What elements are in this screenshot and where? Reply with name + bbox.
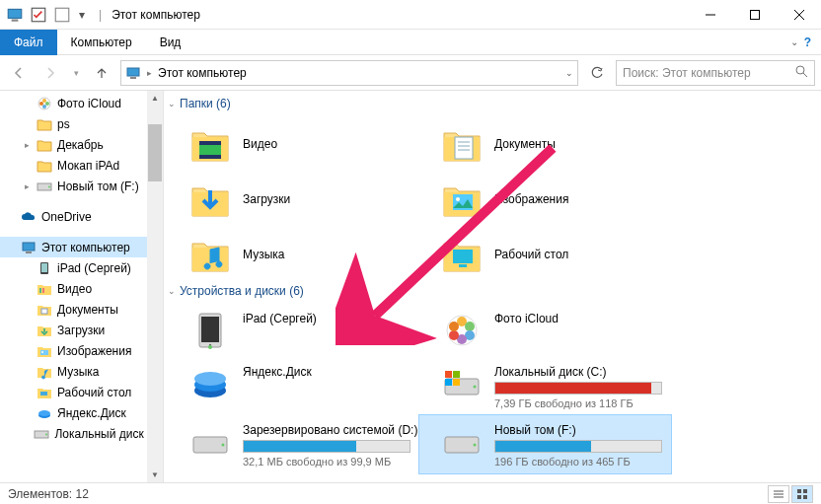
drive-c-icon bbox=[441, 363, 483, 404]
storage-bar bbox=[243, 440, 410, 453]
device-item[interactable]: Яндекс.Диск bbox=[168, 357, 419, 415]
tree-item[interactable]: Мокап iPAd bbox=[0, 155, 163, 176]
nav-forward-button[interactable] bbox=[37, 60, 63, 86]
ribbon-tab-file[interactable]: Файл bbox=[0, 30, 57, 55]
storage-text: 7,39 ГБ свободно из 118 ГБ bbox=[494, 397, 662, 409]
group-devices-header[interactable]: ⌄ Устройства и диски (6) bbox=[168, 284, 821, 298]
breadcrumb-root[interactable]: Этот компьютер bbox=[158, 66, 247, 80]
device-item[interactable]: iPad (Сергей) bbox=[168, 304, 419, 357]
search-input[interactable]: Поиск: Этот компьютер bbox=[616, 60, 815, 86]
svg-rect-23 bbox=[39, 288, 41, 293]
scroll-down-icon[interactable]: ▼ bbox=[151, 470, 159, 479]
folder-item[interactable]: Видео bbox=[168, 116, 419, 172]
address-dropdown-icon[interactable]: ⌄ bbox=[565, 68, 573, 78]
refresh-button[interactable] bbox=[584, 60, 610, 86]
tree-item[interactable]: ps bbox=[0, 113, 163, 134]
svg-point-50 bbox=[465, 322, 475, 331]
tree-item[interactable]: ▸Декабрь bbox=[0, 134, 163, 155]
svg-rect-63 bbox=[453, 379, 460, 386]
svg-point-65 bbox=[222, 444, 225, 447]
address-input[interactable]: ▸ Этот компьютер ⌄ bbox=[120, 60, 578, 86]
tree-item-label: Изображения bbox=[57, 344, 131, 358]
svg-rect-8 bbox=[127, 68, 139, 76]
status-item-count: Элементов: 12 bbox=[8, 487, 89, 501]
minimize-button[interactable] bbox=[688, 0, 732, 30]
folder-icon bbox=[189, 179, 231, 220]
svg-point-30 bbox=[38, 410, 50, 416]
tree-item-label: Яндекс.Диск bbox=[57, 406, 126, 420]
folder-label: Документы bbox=[494, 137, 556, 151]
help-icon[interactable]: ? bbox=[804, 36, 811, 49]
yadisk-big-icon bbox=[189, 363, 231, 404]
ipad-icon bbox=[37, 260, 52, 276]
svg-rect-34 bbox=[199, 141, 221, 145]
tree-item-label: Музыка bbox=[57, 365, 99, 379]
qat-dropdown-icon[interactable] bbox=[53, 6, 71, 24]
downloads-icon bbox=[37, 323, 52, 338]
ribbon-expand-icon[interactable]: ⌄ bbox=[790, 36, 798, 47]
tree-item[interactable]: iPad (Сергей) bbox=[0, 257, 163, 278]
qat-customize-icon[interactable]: ▾ bbox=[77, 6, 87, 24]
view-details-button[interactable] bbox=[768, 485, 789, 503]
desktop-icon bbox=[37, 385, 52, 400]
chevron-right-icon[interactable]: ▸ bbox=[147, 68, 152, 78]
tree-item[interactable]: Загрузки bbox=[0, 320, 163, 340]
search-icon bbox=[795, 65, 808, 81]
storage-bar bbox=[494, 382, 662, 395]
tree-item[interactable]: Рабочий стол bbox=[0, 382, 163, 402]
maximize-button[interactable] bbox=[732, 0, 777, 30]
storage-bar bbox=[494, 440, 662, 453]
tree-item[interactable]: Изображения bbox=[0, 340, 163, 361]
qat-properties-icon[interactable] bbox=[30, 6, 47, 24]
ribbon-tab-computer[interactable]: Компьютер bbox=[57, 30, 146, 55]
drive-icon bbox=[34, 426, 49, 442]
folder-item[interactable]: Документы bbox=[419, 116, 671, 172]
folder-item[interactable]: Музыка bbox=[168, 227, 419, 282]
tree-item[interactable]: Фото iCloud bbox=[0, 93, 163, 113]
nav-up-button[interactable] bbox=[89, 60, 114, 86]
group-folders-header[interactable]: ⌄ Папки (6) bbox=[168, 97, 821, 110]
expand-icon[interactable]: ▸ bbox=[22, 140, 32, 150]
pc-icon bbox=[6, 6, 24, 24]
device-item[interactable]: Фото iCloud bbox=[419, 304, 671, 357]
close-button[interactable] bbox=[777, 0, 821, 30]
tree-item[interactable]: Этот компьютер bbox=[0, 237, 163, 257]
svg-rect-62 bbox=[445, 379, 452, 386]
tree-item[interactable]: Видео bbox=[0, 278, 163, 299]
folder-icon bbox=[37, 116, 52, 132]
folder-icon bbox=[441, 179, 483, 220]
scrollbar-thumb[interactable] bbox=[148, 124, 162, 181]
folder-icon bbox=[189, 123, 231, 165]
device-item[interactable]: Локальный диск (C:)7,39 ГБ свободно из 1… bbox=[419, 357, 671, 415]
tree-item[interactable]: Яндекс.Диск bbox=[0, 402, 163, 423]
device-label: Яндекс.Диск bbox=[243, 365, 312, 379]
tree-item[interactable]: Локальный диск (… bbox=[0, 423, 163, 444]
ribbon-tab-view[interactable]: Вид bbox=[146, 30, 195, 55]
view-icons-button[interactable] bbox=[791, 485, 813, 503]
yadisk-icon bbox=[37, 405, 52, 421]
sidebar-scrollbar[interactable]: ▲ ▼ bbox=[147, 91, 163, 482]
svg-point-54 bbox=[449, 322, 459, 331]
expand-icon[interactable]: ▸ bbox=[22, 181, 32, 191]
search-placeholder: Поиск: Этот компьютер bbox=[623, 66, 751, 80]
nav-back-button[interactable] bbox=[6, 60, 32, 86]
tree-item[interactable]: Музыка bbox=[0, 361, 163, 382]
navigation-tree: Фото iCloudps▸ДекабрьМокап iPAd▸Новый то… bbox=[0, 91, 164, 482]
tree-item[interactable]: OneDrive bbox=[0, 206, 163, 227]
svg-point-15 bbox=[42, 105, 46, 108]
svg-point-67 bbox=[474, 444, 477, 447]
tree-item[interactable]: Документы bbox=[0, 299, 163, 320]
svg-rect-3 bbox=[55, 8, 69, 22]
folder-item[interactable]: Рабочий стол bbox=[419, 227, 671, 282]
device-label: Зарезервировано системой (D:) bbox=[243, 423, 417, 437]
titlebar: ▾ | Этот компьютер bbox=[0, 0, 821, 30]
nav-recent-button[interactable]: ▾ bbox=[69, 60, 83, 86]
device-item[interactable]: Зарезервировано системой (D:)32,1 МБ сво… bbox=[168, 415, 419, 473]
folder-item[interactable]: Загрузки bbox=[168, 172, 419, 227]
scroll-up-icon[interactable]: ▲ bbox=[151, 94, 159, 103]
device-label: Новый том (F:) bbox=[494, 423, 662, 437]
folder-item[interactable]: Изображения bbox=[419, 172, 671, 227]
photos-icon bbox=[37, 96, 52, 111]
device-item[interactable]: Новый том (F:)196 ГБ свободно из 465 ГБ bbox=[419, 415, 671, 473]
tree-item[interactable]: ▸Новый том (F:) bbox=[0, 176, 163, 196]
